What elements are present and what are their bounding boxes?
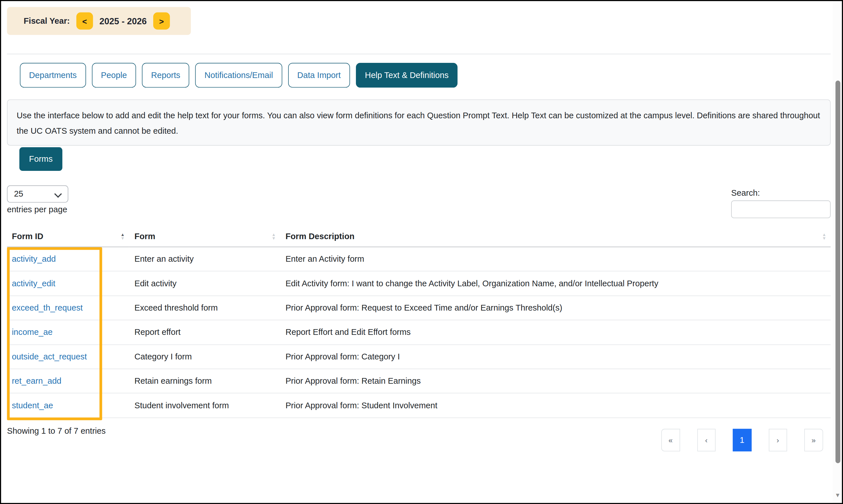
chevron-down-icon [54,190,62,198]
app-window: Fiscal Year: < 2025 - 2026 > Departments… [0,0,843,504]
form-cell: Enter an activity [129,247,280,271]
form-cell: Category I form [129,345,280,369]
info-text: Use the interface below to add and edit … [7,100,830,146]
forms-table: Form ID ▲▼ Form ▲▼ Form Description ▲▼ a… [7,226,830,418]
form-description-cell: Prior Approval form: Student Involvement [280,393,831,417]
tab-help-text-definitions[interactable]: Help Text & Definitions [356,63,458,88]
form-id-link[interactable]: ret_earn_add [12,376,61,385]
table-row: activity_edit Edit activity Edit Activit… [7,271,830,296]
fiscal-year-value: 2025 - 2026 [100,16,147,26]
table-row: student_ae Student involvement form Prio… [7,393,830,417]
tab-data-import[interactable]: Data Import [288,63,350,88]
form-id-link[interactable]: student_ae [12,400,53,410]
form-description-cell: Prior Approval form: Category I [280,345,831,369]
search-input[interactable] [731,201,831,218]
form-description-cell: Prior Approval form: Retain Earnings [280,369,831,393]
table-row: income_ae Report effort Report Effort an… [7,320,830,344]
info-box: Use the interface below to add and edit … [7,100,830,146]
fiscal-year-next-button[interactable]: > [153,12,170,30]
form-cell: Report effort [129,320,280,344]
table-row: exceed_th_request Exceed threshold form … [7,296,830,320]
entries-per-page-value: 25 [14,189,23,199]
entries-per-page-label: entries per page [7,205,67,215]
table-row: activity_add Enter an activity Enter an … [7,247,830,271]
pagination-page-1-button[interactable]: 1 [733,429,751,451]
table-header-row: Form ID ▲▼ Form ▲▼ Form Description ▲▼ [7,226,830,247]
form-id-link[interactable]: income_ae [12,327,53,337]
table-row: outside_act_request Category I form Prio… [7,345,830,369]
column-header-form-id[interactable]: Form ID ▲▼ [7,226,129,247]
form-description-cell: Enter an Activity form [280,247,831,271]
tab-people[interactable]: People [92,63,136,88]
form-id-link[interactable]: outside_act_request [12,352,87,361]
table-row: ret_earn_add Retain earnings form Prior … [7,369,830,393]
entries-per-page-select[interactable]: 25 [7,185,68,202]
scroll-down-arrow-icon[interactable]: ▼ [834,491,841,499]
tab-reports[interactable]: Reports [142,63,190,88]
sort-icon-asc: ▲▼ [120,232,125,240]
form-cell: Edit activity [129,271,280,296]
form-description-cell: Report Effort and Edit Effort forms [280,320,831,344]
fiscal-year-prev-button[interactable]: < [76,12,93,30]
header-divider [7,54,830,54]
form-cell: Exceed threshold form [129,296,280,320]
forms-button[interactable]: Forms [19,147,62,171]
pagination-first-button[interactable]: « [661,429,680,451]
sort-icon: ▲▼ [822,232,826,240]
form-id-link[interactable]: activity_add [12,254,56,264]
form-description-cell: Edit Activity form: I want to change the… [280,271,831,296]
pagination: « ‹ 1 › » [661,429,823,451]
column-header-form-description[interactable]: Form Description ▲▼ [280,226,831,247]
column-header-form[interactable]: Form ▲▼ [129,226,280,247]
form-id-link[interactable]: activity_edit [12,278,55,288]
tab-notifications-email[interactable]: Notifications/Email [195,63,282,88]
fiscal-year-bar: Fiscal Year: < 2025 - 2026 > [7,7,191,35]
pagination-next-button[interactable]: › [769,429,787,451]
sort-icon: ▲▼ [271,232,276,240]
table-summary: Showing 1 to 7 of 7 entries [7,426,105,436]
fiscal-year-label: Fiscal Year: [24,16,70,26]
search-label: Search: [731,188,760,198]
scrollbar-thumb[interactable] [835,80,840,463]
tab-bar: Departments People Reports Notifications… [20,63,458,88]
form-cell: Retain earnings form [129,369,280,393]
tab-departments[interactable]: Departments [20,63,86,88]
form-cell: Student involvement form [129,393,280,417]
pagination-prev-button[interactable]: ‹ [697,429,716,451]
form-id-link[interactable]: exceed_th_request [12,303,83,312]
form-description-cell: Prior Approval form: Request to Exceed T… [280,296,831,320]
pagination-last-button[interactable]: » [804,429,823,451]
